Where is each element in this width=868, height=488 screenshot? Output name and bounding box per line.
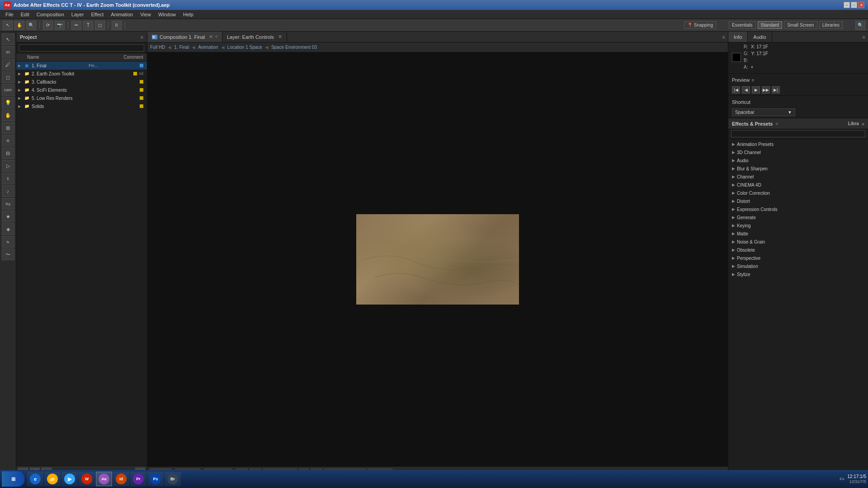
tool-zoom[interactable]: 🔍 <box>26 21 36 30</box>
ep-blur-sharpen[interactable]: ▶ Blur & Sharpen <box>728 164 868 173</box>
proj-item-earthzoom[interactable]: ▶ 📁 2. Earth Zoom Toolkit All <box>16 70 147 78</box>
lt-render[interactable]: Rq <box>2 198 14 210</box>
lt-effects[interactable]: ★ <box>2 211 14 222</box>
nav-space-env[interactable]: Space Environment 03 <box>271 45 317 50</box>
nav-animation[interactable]: Animation <box>198 45 218 50</box>
ep-audio[interactable]: ▶ Audio <box>728 156 868 164</box>
taskbar-app-photoshop[interactable]: Ps <box>147 472 164 486</box>
prev-back[interactable]: ◀ <box>742 86 750 94</box>
prev-first[interactable]: |◀ <box>732 86 740 94</box>
tool-clone[interactable]: ⎘ <box>112 21 122 30</box>
proj-item-scifi[interactable]: ▶ 📁 4. SciFi Elements <box>16 86 147 94</box>
ep-matte[interactable]: ▶ Matte <box>728 230 868 238</box>
menu-composition[interactable]: Composition <box>33 11 68 18</box>
comp-tab-close[interactable]: ✕ <box>209 34 213 40</box>
comp-tab-menu[interactable]: ≡ <box>215 35 217 39</box>
ep-3d-channel[interactable]: ▶ 3D Channel <box>728 148 868 156</box>
project-tree[interactable]: ▶ ▣ 1. Final Fin... ▶ 📁 2. Earth Zoom To… <box>16 61 147 465</box>
ep-cinema4d[interactable]: ▶ CINEMA 4D <box>728 181 868 189</box>
comp-layer-close[interactable]: ✕ <box>278 34 282 40</box>
lt-select[interactable]: ↖ <box>2 33 14 45</box>
nav-fullhd[interactable]: Full HD <box>150 45 165 50</box>
comp-tab-layer[interactable]: Layer: Earth Controls ✕ <box>222 32 287 42</box>
proj-item-final[interactable]: ▶ ▣ 1. Final Fin... <box>16 61 147 70</box>
ep-expand-btn[interactable]: » <box>862 121 864 127</box>
preview-menu[interactable]: ≡ <box>751 77 754 83</box>
ep-eq[interactable]: ≡ <box>776 122 778 126</box>
comp-tab-main[interactable]: ▣ Composition 1. Final ✕ ≡ <box>147 32 222 42</box>
minimize-button[interactable]: ─ <box>844 2 850 8</box>
taskbar-app-premiere[interactable]: Pr <box>130 472 146 486</box>
workspace-small-screen[interactable]: Small Screen <box>784 21 817 29</box>
ep-animation-presets[interactable]: ▶ Animation Presets <box>728 140 868 148</box>
menu-help[interactable]: Help <box>179 11 197 18</box>
window-controls[interactable]: ─ □ ✕ <box>844 2 864 8</box>
lt-grid[interactable]: ⊞ <box>2 122 14 134</box>
search-button[interactable]: 🔍 <box>855 21 865 30</box>
proj-item-solids[interactable]: ▶ 📁 Solids <box>16 102 147 110</box>
ep-keying[interactable]: ▶ Keying <box>728 221 868 230</box>
tool-pen[interactable]: ✏ <box>71 21 81 30</box>
menu-edit[interactable]: Edit <box>17 11 33 18</box>
tool-rotate[interactable]: ⟳ <box>43 21 53 30</box>
start-button[interactable]: ⊞ <box>2 471 24 487</box>
tool-hand[interactable]: ✋ <box>14 21 24 30</box>
lt-brush[interactable]: 🖊 <box>2 59 14 70</box>
close-button[interactable]: ✕ <box>858 2 864 8</box>
ep-stylize[interactable]: ▶ Stylize <box>728 270 868 278</box>
shortcut-value[interactable]: Spacebar ▼ <box>732 108 795 116</box>
lt-mask[interactable]: ◈ <box>2 223 14 235</box>
ep-expression-controls[interactable]: ▶ Expression Controls <box>728 205 868 213</box>
menu-view[interactable]: View <box>137 11 155 18</box>
ep-search-input[interactable] <box>731 130 865 137</box>
project-menu-icon[interactable]: ≡ <box>141 34 143 40</box>
menu-animation[interactable]: Animation <box>107 11 137 18</box>
taskbar-app-indesign[interactable]: Id <box>113 472 129 486</box>
prev-play[interactable]: ▶ <box>752 86 760 94</box>
lt-pan[interactable]: ✋ <box>2 109 14 121</box>
lt-align[interactable]: ⊟ <box>2 147 14 159</box>
ep-obsolete[interactable]: ▶ Obsolete <box>728 246 868 254</box>
workspace-standard[interactable]: Standard <box>758 21 783 29</box>
nav-final[interactable]: 1. Final <box>174 45 189 50</box>
project-search-input[interactable] <box>19 44 144 52</box>
info-tab-info[interactable]: Info <box>728 32 748 42</box>
info-tab-audio[interactable]: Audio <box>748 32 772 42</box>
panel-menu[interactable]: ≡ <box>722 34 725 40</box>
tool-select[interactable]: ↖ <box>3 21 13 30</box>
workspace-libraries[interactable]: Libraries <box>819 21 843 29</box>
tool-shape[interactable]: ◻ <box>95 21 105 30</box>
ep-perspective[interactable]: ▶ Perspective <box>728 254 868 262</box>
ep-distort[interactable]: ▶ Distort <box>728 197 868 205</box>
ep-generate[interactable]: ▶ Generate <box>728 213 868 221</box>
info-panel-menu[interactable]: ≡ <box>860 34 868 40</box>
proj-item-callbacks[interactable]: ▶ 📁 3. Callbacks <box>16 78 147 86</box>
viewer-area[interactable] <box>147 52 728 466</box>
ep-simulation[interactable]: ▶ Simulation <box>728 262 868 270</box>
taskbar-app-explorer[interactable]: 📁 <box>44 472 61 486</box>
workspace-essentials[interactable]: Essentials <box>729 21 756 29</box>
menu-effect[interactable]: Effect <box>87 11 107 18</box>
lt-info[interactable]: ℹ <box>2 173 14 184</box>
taskbar-app-ie[interactable]: e <box>27 472 43 486</box>
proj-item-lowres[interactable]: ▶ 📁 5. Low Res Renders <box>16 94 147 102</box>
ep-channel[interactable]: ▶ Channel <box>728 173 868 181</box>
menu-file[interactable]: File <box>2 11 17 18</box>
tool-camera[interactable]: 📷 <box>55 21 65 30</box>
taskbar-app-bridge[interactable]: Br <box>165 472 181 486</box>
lt-audio[interactable]: ♪ <box>2 185 14 197</box>
taskbar-app-word[interactable]: W <box>79 472 95 486</box>
ep-color-correction[interactable]: ▶ Color Correction <box>728 189 868 197</box>
prev-forward[interactable]: ▶▶ <box>762 86 770 94</box>
tool-text[interactable]: T <box>83 21 93 30</box>
menu-layer[interactable]: Layer <box>68 11 88 18</box>
prev-last[interactable]: ▶| <box>772 86 780 94</box>
lt-3d[interactable]: 3D <box>2 46 14 58</box>
taskbar-app-ae[interactable]: Ae <box>96 472 112 486</box>
lt-props[interactable]: ≡ <box>2 135 14 146</box>
lt-eraser[interactable]: ◻ <box>2 71 14 83</box>
lt-plugins[interactable]: fx <box>2 236 14 248</box>
nav-location[interactable]: Location 1 Space <box>227 45 262 50</box>
snap-label[interactable]: 📍 Snapping <box>684 21 716 29</box>
lt-motion[interactable]: 〜 <box>2 249 14 260</box>
